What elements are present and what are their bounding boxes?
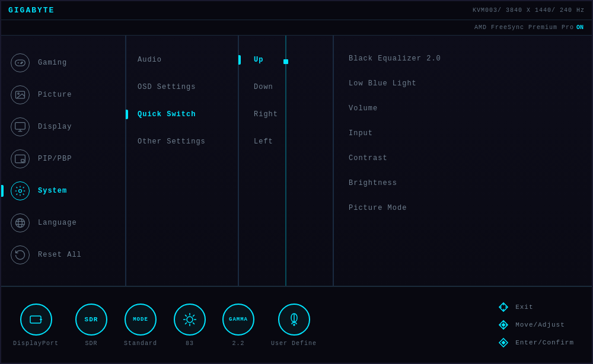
menu-audio[interactable]: Audio [126, 47, 238, 72]
gamma-symbol: GAMMA [229, 317, 248, 323]
option-brightness[interactable]: Brightness [343, 172, 582, 194]
control-move: Move/Adjust [498, 319, 574, 331]
standard-circle: MODE [125, 304, 157, 336]
svg-point-12 [19, 190, 22, 193]
pip-label: PIP/PBP [38, 155, 72, 163]
option-black-eq[interactable]: Black Equalizer 2.0 [343, 47, 582, 70]
standard-label: Standard [124, 340, 157, 347]
displayport-circle [20, 304, 52, 336]
mode-symbol: MODE [133, 317, 148, 323]
bottom-icon-standard[interactable]: MODE Standard [124, 304, 157, 347]
svg-point-14 [18, 219, 23, 228]
dir-left[interactable]: Left [238, 129, 333, 154]
user-define-circle [278, 304, 310, 336]
bottom-icon-displayport[interactable]: DisplayPort [13, 304, 59, 347]
bottom-icon-brightness[interactable]: 83 [174, 304, 206, 347]
dir-down[interactable]: Down [238, 75, 333, 100]
svg-point-13 [16, 219, 25, 228]
svg-point-3 [22, 62, 23, 63]
gamma-circle: GAMMA [222, 304, 254, 336]
brightness-circle [174, 304, 206, 336]
screen: GIGABYTE KVM003/ 3840 X 1440/ 240 Hz AMD… [0, 0, 593, 364]
exit-label: Exit [515, 304, 533, 311]
bottom-icons: DisplayPort SDR SDR MODE Standard [13, 304, 498, 347]
svg-rect-7 [15, 123, 25, 130]
sdr-circle: SDR [75, 304, 107, 336]
freesync-bar: AMD FreeSync Premium Pro ON [1, 20, 592, 36]
col4-options: Black Equalizer 2.0 Low Blue Light Volum… [333, 36, 592, 286]
option-contrast[interactable]: Contrast [343, 147, 582, 170]
language-label: Language [38, 219, 77, 227]
svg-point-6 [18, 93, 19, 95]
bottom-icon-gamma[interactable]: GAMMA 2.2 [222, 304, 254, 347]
language-icon [11, 213, 30, 232]
reset-icon [11, 245, 30, 264]
sidebar-item-gaming[interactable]: Gaming [1, 47, 126, 78]
option-picture-mode[interactable]: Picture Mode [343, 197, 582, 219]
svg-point-19 [187, 317, 193, 323]
displayport-label: DisplayPort [13, 340, 59, 347]
freesync-label: AMD FreeSync Premium Pro [474, 24, 574, 31]
sdr-symbol: SDR [85, 316, 98, 323]
reset-label: Reset All [38, 251, 82, 259]
brightness-label: 83 [186, 340, 194, 347]
picture-icon [11, 85, 30, 104]
bottom-controls: Exit Move/Adjust [498, 301, 580, 349]
menu-quick-switch[interactable]: Quick Switch [126, 102, 238, 127]
svg-line-24 [185, 315, 187, 317]
bottom-bar: DisplayPort SDR SDR MODE Standard [1, 286, 592, 363]
dir-up[interactable]: Up [238, 47, 333, 72]
svg-line-26 [193, 315, 195, 317]
option-volume[interactable]: Volume [343, 97, 582, 120]
move-label: Move/Adjust [515, 321, 565, 328]
gaming-label: Gaming [38, 59, 67, 67]
option-low-blue[interactable]: Low Blue Light [343, 72, 582, 95]
svg-rect-17 [30, 316, 41, 323]
pip-icon [11, 149, 30, 168]
system-label: System [38, 187, 67, 195]
dir-right[interactable]: Right [238, 102, 333, 127]
svg-point-29 [294, 324, 295, 325]
sidebar-item-language[interactable]: Language [1, 207, 126, 238]
gaming-icon [11, 53, 30, 72]
menu-osd[interactable]: OSD Settings [126, 75, 238, 100]
sidebar-item-pip[interactable]: PIP/PBP [1, 143, 126, 174]
monitor-info: KVM003/ 3840 X 1440/ 240 Hz [473, 7, 585, 14]
top-bar: GIGABYTE KVM003/ 3840 X 1440/ 240 Hz [1, 1, 592, 20]
bottom-icon-sdr[interactable]: SDR SDR [75, 304, 107, 347]
svg-line-25 [193, 323, 195, 324]
sidebar-item-reset[interactable]: Reset All [1, 240, 126, 270]
svg-rect-42 [502, 340, 506, 344]
enter-label: Enter/Confirm [515, 339, 574, 346]
nav-sidebar: Gaming Picture [1, 36, 126, 286]
display-icon [11, 117, 30, 136]
col3-direction: Up Down Right Left [238, 36, 333, 286]
picture-label: Picture [38, 91, 72, 99]
display-label: Display [38, 123, 72, 131]
enter-diamond-icon [498, 337, 509, 349]
control-enter: Enter/Confirm [498, 337, 574, 349]
exit-diamond-icon [498, 301, 509, 313]
main-content: Gaming Picture [1, 36, 592, 286]
move-diamond-icon [498, 319, 509, 331]
svg-rect-11 [21, 159, 24, 162]
logo: GIGABYTE [8, 6, 55, 15]
system-icon [11, 181, 30, 200]
svg-rect-0 [15, 60, 25, 66]
freesync-status: ON [576, 24, 584, 31]
sidebar-item-picture[interactable]: Picture [1, 79, 126, 110]
control-exit: Exit [498, 301, 574, 313]
sidebar-item-display[interactable]: Display [1, 111, 126, 142]
bottom-icon-user-define[interactable]: User Define [271, 304, 317, 347]
menu-other[interactable]: Other Settings [126, 129, 238, 154]
svg-line-27 [185, 323, 187, 324]
gamma-label: 2.2 [232, 340, 245, 347]
col2-menu: Audio OSD Settings Quick Switch Other Se… [126, 36, 238, 286]
sidebar-item-system[interactable]: System [1, 175, 126, 206]
user-define-label: User Define [271, 340, 317, 347]
svg-rect-36 [502, 323, 506, 327]
sdr-label: SDR [85, 340, 98, 347]
svg-point-4 [21, 63, 22, 64]
option-input[interactable]: Input [343, 122, 582, 145]
